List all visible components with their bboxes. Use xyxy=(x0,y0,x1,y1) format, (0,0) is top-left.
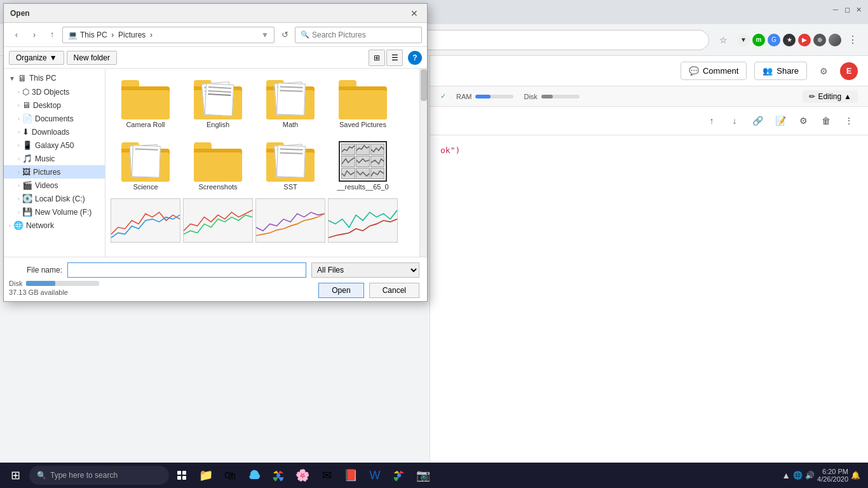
search-placeholder-text: Type here to search xyxy=(50,471,118,480)
folder-item-sst[interactable]: SST xyxy=(255,136,325,196)
sidebar-item-pictures[interactable]: › 🖼 Pictures xyxy=(4,165,105,179)
sidebar-item-music[interactable]: › 🎵 Music xyxy=(4,152,105,165)
dialog-search-bar[interactable]: 🔍 xyxy=(295,27,422,43)
filename-label: File name: xyxy=(11,266,62,274)
taskbar-app1[interactable]: 🌸 xyxy=(291,463,314,488)
sidebar-item-galaxy[interactable]: › 📱 Galaxy A50 xyxy=(4,139,105,152)
ext-icon-y[interactable]: ▶ xyxy=(798,34,811,46)
task-view-btn[interactable] xyxy=(170,463,193,488)
chrome-menu-btn[interactable]: ⋮ xyxy=(844,31,862,49)
taskbar-pdf[interactable]: 📕 xyxy=(339,463,362,488)
ext-icon-u[interactable] xyxy=(829,34,841,46)
gear-btn[interactable]: ⚙ xyxy=(794,112,812,130)
ext-icon-g[interactable]: G xyxy=(768,34,780,46)
share-btn[interactable]: 👥 Share xyxy=(754,62,807,80)
settings-btn[interactable]: ⚙ xyxy=(815,62,832,80)
breadcrumb-dropdown[interactable]: ▼ xyxy=(261,30,269,39)
thumb-2[interactable] xyxy=(183,198,253,243)
results-grid-icon xyxy=(339,141,387,182)
thumb-3[interactable] xyxy=(255,198,325,243)
trash-btn[interactable]: 🗑 xyxy=(817,112,835,130)
dialog-toolbar: Organize ▼ New folder ⊞ ☰ ? xyxy=(4,47,427,69)
bookmark-btn[interactable]: ☆ xyxy=(714,31,732,49)
taskbar-edge[interactable] xyxy=(243,463,266,488)
search-input[interactable] xyxy=(312,30,416,39)
docs-action-bar: ↑ ↓ 🔗 📝 ⚙ 🗑 ⋮ xyxy=(430,107,868,135)
tray-network[interactable]: 🌐 xyxy=(793,471,803,480)
dialog-overlay: Open ✕ ‹ › ↑ 💻 This PC › Pictures › ▼ ↺ … xyxy=(0,0,432,305)
editing-btn[interactable]: ✏ Editing ▲ xyxy=(803,90,858,103)
dialog-close-btn[interactable]: ✕ xyxy=(408,7,421,20)
ext-icon-z[interactable]: ⊕ xyxy=(813,34,826,46)
vol-expand-icon: › xyxy=(18,209,20,215)
link-btn[interactable]: 🔗 xyxy=(749,112,766,130)
arrow-up-btn[interactable]: ↑ xyxy=(703,112,721,130)
user-avatar[interactable]: E xyxy=(840,62,858,80)
new-folder-btn[interactable]: New folder xyxy=(67,51,117,65)
comment-btn[interactable]: 💬 Comment xyxy=(681,62,747,80)
cancel-btn[interactable]: Cancel xyxy=(369,283,419,298)
phone-icon: 📱 xyxy=(22,140,32,150)
taskbar: ⊞ 🔍 Type here to search 📁 🛍 🌸 ✉ 📕 W 📷 ▲ … xyxy=(0,463,868,488)
taskbar-store[interactable]: 🛍 xyxy=(219,463,241,488)
maximize-btn[interactable]: ◻ xyxy=(843,5,851,14)
downloads-icon: ⬇ xyxy=(22,127,29,137)
taskbar-chrome[interactable] xyxy=(267,463,290,488)
view-toggle-btn[interactable]: ⊞ xyxy=(369,50,385,66)
start-button[interactable]: ⊞ xyxy=(3,463,28,488)
more-btn[interactable]: ⋮ xyxy=(840,112,858,130)
notifications-btn[interactable]: 🔔 xyxy=(851,471,860,480)
open-btn[interactable]: Open xyxy=(318,283,363,298)
thumb-1[interactable] xyxy=(111,198,180,243)
vertical-scrollbar[interactable] xyxy=(419,69,427,257)
ext-icon-1[interactable]: ▼ xyxy=(737,34,750,46)
sidebar-item-local-disk[interactable]: › 💽 Local Disk (C:) xyxy=(4,192,105,205)
sidebar-item-desktop[interactable]: › 🖥 Desktop xyxy=(4,98,105,112)
folder-item-results[interactable]: __results__65_0 xyxy=(328,136,398,196)
ext-icon-m[interactable]: m xyxy=(752,34,765,46)
taskbar-file-explorer[interactable]: 📁 xyxy=(194,463,217,488)
taskbar-word[interactable]: W xyxy=(363,463,386,488)
folder-item-camera-roll[interactable]: Camera Roll xyxy=(111,74,180,133)
dialog-back-btn[interactable]: ‹ xyxy=(9,27,24,43)
view-icons: ⊞ ☰ xyxy=(369,50,403,66)
help-btn[interactable]: ? xyxy=(408,51,422,65)
svg-point-10 xyxy=(276,473,280,477)
arrow-down-btn[interactable]: ↓ xyxy=(726,112,743,130)
tray-volume[interactable]: 🔊 xyxy=(805,471,815,480)
close-window-btn[interactable]: ✕ xyxy=(854,5,863,14)
taskbar-search[interactable]: 🔍 Type here to search xyxy=(29,466,169,485)
sidebar-item-new-volume[interactable]: › 💾 New Volume (F:) xyxy=(4,205,105,219)
taskbar-chrome-2[interactable] xyxy=(388,463,410,488)
sidebar-item-this-pc[interactable]: ▼ 🖥 This PC xyxy=(4,71,105,85)
ext-icon-star[interactable]: ★ xyxy=(783,34,796,46)
folder-item-english[interactable]: English xyxy=(183,74,253,133)
minimize-btn[interactable]: ─ xyxy=(831,5,840,14)
dialog-forward-btn[interactable]: › xyxy=(27,27,42,43)
filetype-select[interactable]: All Files xyxy=(311,262,419,278)
folder-item-screenshots[interactable]: Screenshots xyxy=(183,136,253,196)
tray-up-arrow[interactable]: ▲ xyxy=(782,470,790,480)
system-clock[interactable]: 6:20 PM 4/26/2020 xyxy=(817,468,848,483)
note-btn[interactable]: 📝 xyxy=(771,112,789,130)
sidebar-item-network[interactable]: › 🌐 Network xyxy=(4,219,105,232)
sidebar-item-downloads[interactable]: › ⬇ Downloads xyxy=(4,125,105,139)
dialog-refresh-btn[interactable]: ↺ xyxy=(277,27,292,43)
dialog-up-btn[interactable]: ↑ xyxy=(44,27,60,43)
disk-bar xyxy=(541,95,580,98)
organize-btn[interactable]: Organize ▼ xyxy=(9,51,64,65)
sidebar-item-videos[interactable]: › 🎬 Videos xyxy=(4,179,105,192)
scroll-thumb[interactable] xyxy=(421,69,427,101)
sidebar-item-documents[interactable]: › 📄 Documents xyxy=(4,112,105,125)
taskbar-photos[interactable]: 📷 xyxy=(412,463,435,488)
dialog-title: Open xyxy=(10,9,403,18)
folder-item-math[interactable]: Math xyxy=(255,74,325,133)
folder-item-saved-pictures[interactable]: Saved Pictures xyxy=(328,74,398,133)
view-list-btn[interactable]: ☰ xyxy=(386,50,403,66)
taskbar-mail[interactable]: ✉ xyxy=(315,463,338,488)
sidebar-item-3d-objects[interactable]: › ⬡ 3D Objects xyxy=(4,85,105,98)
thumb-4[interactable] xyxy=(328,198,398,243)
dialog-content-area[interactable]: Camera Roll xyxy=(105,69,427,257)
folder-item-science[interactable]: Science xyxy=(111,136,180,196)
pics-expand-icon: › xyxy=(18,169,20,175)
